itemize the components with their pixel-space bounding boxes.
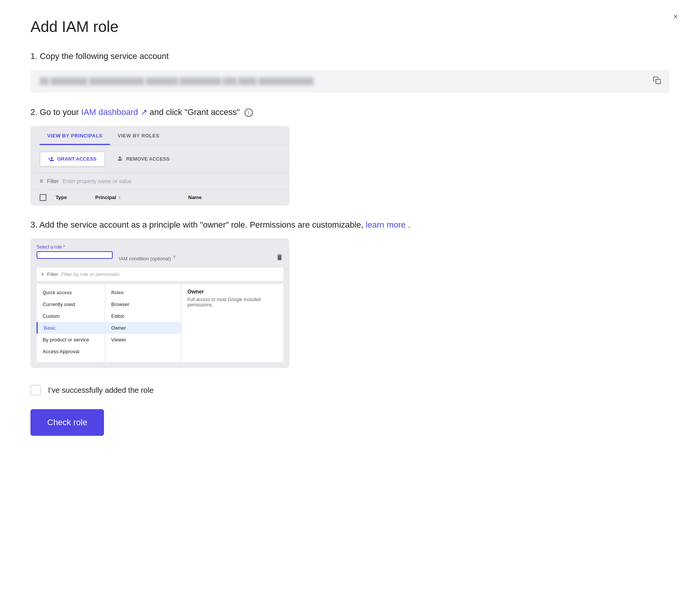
role-editor[interactable]: Editor — [105, 310, 181, 322]
iam-filter: ≡ Filter Enter property name or value — [30, 173, 289, 189]
iam-condition-info-icon[interactable]: ? — [173, 255, 180, 262]
page-title: Add IAM role — [30, 18, 670, 35]
sort-arrow-icon: ↑ — [118, 195, 121, 200]
trash-icon — [276, 253, 283, 261]
step3-screenshot: Select a role * IAM condition (optional)… — [30, 238, 289, 368]
role-dropdown: Quick access Currently used Custom Basic… — [37, 284, 283, 362]
close-button[interactable]: × — [670, 11, 682, 23]
filter-role-placeholder: Filter by role or permission — [61, 271, 119, 277]
role-select-box[interactable] — [37, 251, 113, 259]
role-left-col: Quick access Currently used Custom Basic… — [37, 284, 105, 362]
tab-view-by-principals[interactable]: VIEW BY PRINCIPALS — [40, 126, 110, 145]
col-type-label: Type — [56, 194, 86, 200]
role-viewer[interactable]: Viewer — [105, 334, 181, 346]
tab-view-by-roles[interactable]: VIEW BY ROLES — [110, 126, 167, 145]
step-2-heading: 2. Go to your IAM dashboard ↗ and click … — [30, 107, 670, 118]
step-1-heading: 1. Copy the following service account — [30, 51, 670, 62]
role-basic[interactable]: Basic — [37, 322, 105, 334]
role-custom[interactable]: Custom — [37, 310, 105, 322]
step-2: 2. Go to your IAM dashboard ↗ and click … — [30, 107, 670, 206]
role-select-label: Select a role * — [37, 244, 113, 250]
step-3-heading: 3. Add the service account as a principl… — [30, 219, 670, 231]
iam-dashboard-link[interactable]: IAM dashboard ↗ — [81, 107, 147, 117]
role-owner[interactable]: Owner — [105, 322, 181, 334]
remove-person-icon — [117, 156, 123, 162]
close-icon: × — [673, 12, 678, 22]
success-checkbox[interactable] — [30, 385, 41, 395]
delete-role-button[interactable] — [276, 244, 283, 263]
select-all-checkbox[interactable] — [40, 194, 46, 201]
role-detail-desc: Full access to most Google included perm… — [187, 297, 277, 308]
learn-more-link[interactable]: learn more — [366, 220, 406, 230]
role-select-wrapper: Select a role * — [37, 244, 113, 259]
role-access-approval[interactable]: Access Approval — [37, 346, 105, 357]
role-select-area: Select a role * IAM condition (optional)… — [37, 244, 283, 263]
role-detail-col: Owner Full access to most Google include… — [181, 284, 283, 362]
role-detail-title: Owner — [187, 289, 277, 295]
role-browser[interactable]: Browser — [105, 298, 181, 310]
info-icon[interactable]: i — [245, 108, 253, 117]
copy-button[interactable] — [651, 75, 663, 88]
clipboard-icon — [653, 76, 661, 84]
filter-icon-2: ≡ — [41, 271, 44, 277]
filter-icon: ≡ — [40, 178, 43, 185]
quick-access-title: Quick access — [37, 289, 105, 298]
iam-screenshot: VIEW BY PRINCIPALS VIEW BY ROLES GRANT A… — [30, 126, 289, 206]
col-principal-label: Principal ↑ — [95, 194, 179, 200]
remove-access-button[interactable]: REMOVE ACCESS — [110, 151, 177, 167]
check-role-button[interactable]: Check role — [30, 409, 104, 436]
iam-table-header: Type Principal ↑ Name — [30, 189, 289, 206]
iam-tabs: VIEW BY PRINCIPALS VIEW BY ROLES — [30, 126, 289, 145]
step-1: 1. Copy the following service account ██… — [30, 51, 670, 93]
add-person-icon — [48, 156, 54, 162]
service-account-box: ██ ████████ ████████████ ███████ ███████… — [30, 70, 670, 93]
role-right-col: Roles Browser Editor Owner Viewer — [105, 284, 181, 362]
iam-condition-label: IAM condition (optional) ? — [119, 244, 180, 262]
service-account-value: ██ ████████ ████████████ ███████ ███████… — [40, 78, 647, 85]
filter-by-role: ≡ Filter Filter by role or permission — [37, 268, 283, 281]
confirmation-label: I've successfully added the role — [48, 386, 153, 395]
grant-access-button[interactable]: GRANT ACCESS — [40, 151, 105, 167]
iam-actions: GRANT ACCESS REMOVE ACCESS — [30, 145, 289, 173]
role-currently-used[interactable]: Currently used — [37, 298, 105, 310]
filter-placeholder: Enter property name or value — [62, 178, 131, 184]
svg-rect-0 — [656, 79, 660, 84]
col-name-label: Name — [188, 194, 201, 200]
confirmation-row: I've successfully added the role — [30, 385, 670, 395]
roles-title: Roles — [105, 289, 181, 298]
step-3: 3. Add the service account as a principl… — [30, 219, 670, 368]
role-by-product[interactable]: By product or service — [37, 334, 105, 346]
